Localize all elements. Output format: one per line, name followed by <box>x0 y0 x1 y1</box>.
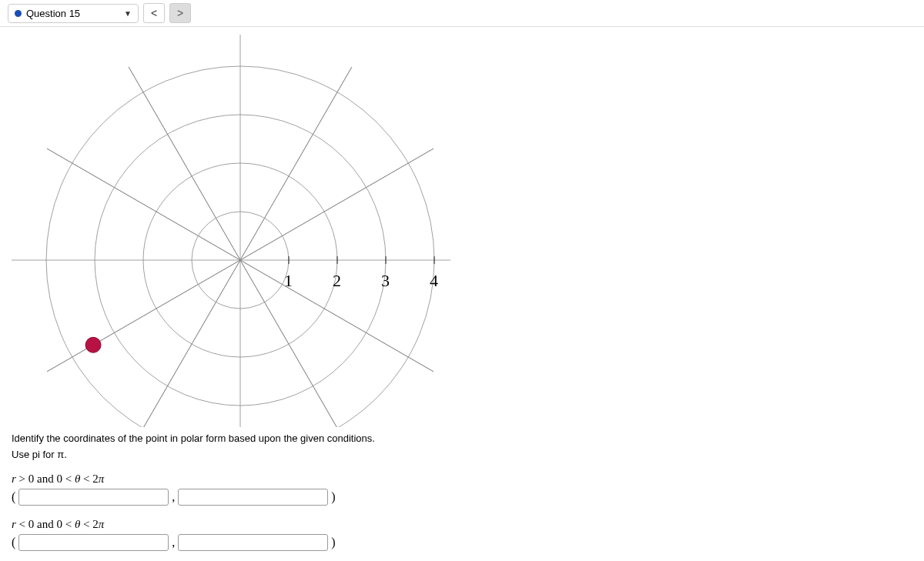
prompt-line-2: Use pi for π. <box>12 449 912 460</box>
answer-2-r[interactable] <box>18 534 169 551</box>
status-dot <box>15 10 22 17</box>
polar-chart: 1234 <box>12 35 450 427</box>
prev-button[interactable]: < <box>143 3 165 23</box>
question-selector[interactable]: Question 15 ▼ <box>8 4 139 23</box>
next-button[interactable]: > <box>169 3 191 23</box>
comma: , <box>172 490 175 504</box>
prompt-line-1: Identify the coordinates of the point in… <box>12 432 912 446</box>
condition-2: r < 0 and 0 < θ < 2π <box>12 518 912 531</box>
caret-down-icon: ▼ <box>124 9 132 18</box>
answer-2-theta[interactable] <box>178 534 328 551</box>
comma: , <box>172 536 175 549</box>
answer-1-r[interactable] <box>18 489 169 506</box>
question-label: Question 15 <box>26 8 80 19</box>
answer-1-theta[interactable] <box>178 489 328 506</box>
lparen: ( <box>12 536 15 549</box>
lparen: ( <box>12 490 15 504</box>
plotted-point <box>85 337 101 352</box>
rparen: ) <box>331 490 335 504</box>
rparen: ) <box>331 536 335 549</box>
condition-1: r > 0 and 0 < θ < 2π <box>12 473 912 486</box>
